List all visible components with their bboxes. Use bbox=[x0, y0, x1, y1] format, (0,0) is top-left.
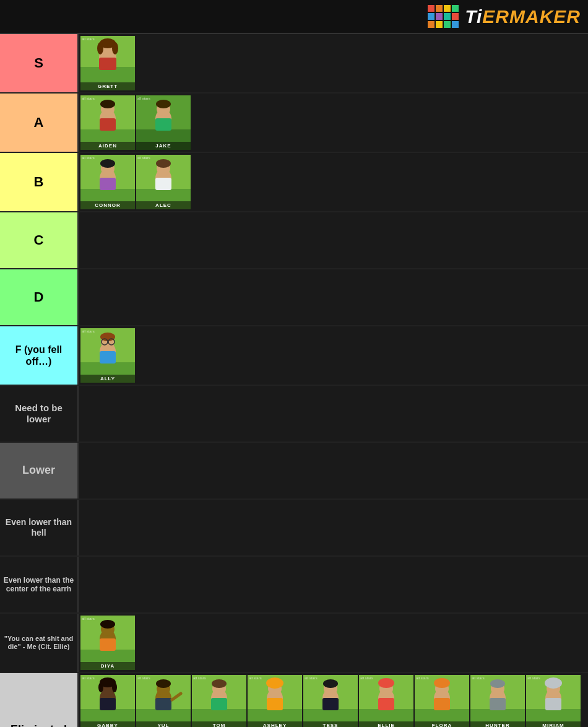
svg-point-45 bbox=[100, 620, 115, 629]
char-tom-label: TOM bbox=[192, 721, 246, 727]
char-ellie-tag: all stars bbox=[360, 676, 373, 680]
svg-rect-60 bbox=[155, 698, 171, 710]
logo-cell bbox=[452, 13, 459, 20]
tier-label-ntbl: Need to be lower bbox=[0, 386, 77, 442]
char-tess-svg bbox=[303, 675, 358, 727]
char-tess-label: TESS bbox=[303, 721, 358, 727]
svg-point-66 bbox=[212, 679, 227, 688]
tier-label-eltce: Even lower than the center of the earrh bbox=[0, 557, 77, 612]
char-grett: GRETT all stars bbox=[80, 36, 135, 90]
char-ashley-label: ASHLEY bbox=[248, 721, 302, 727]
logo-cell bbox=[428, 21, 435, 28]
char-yul: YUL all stars bbox=[136, 675, 191, 727]
tier-row-s: S GRETT all stars bbox=[0, 34, 588, 94]
tier-row-eltce: Even lower than the center of the earrh bbox=[0, 557, 588, 614]
tier-label-a: A bbox=[0, 94, 77, 152]
char-flora: FLORA all stars bbox=[415, 675, 469, 727]
tier-content-quote: DIYA all stars bbox=[77, 614, 588, 672]
svg-point-18 bbox=[156, 100, 171, 108]
char-diya-tag: all stars bbox=[82, 617, 95, 620]
char-yul-label: YUL bbox=[136, 721, 191, 727]
char-alec-tag: all stars bbox=[137, 156, 150, 160]
tier-content-ntbl bbox=[77, 386, 588, 442]
char-tess-tag: all stars bbox=[305, 676, 318, 680]
char-alec: ALEC all stars bbox=[136, 155, 191, 209]
svg-rect-85 bbox=[378, 698, 394, 710]
svg-rect-7 bbox=[99, 58, 116, 70]
logo-cell bbox=[444, 5, 451, 12]
char-hunter-tag: all stars bbox=[472, 676, 485, 680]
svg-rect-67 bbox=[211, 698, 227, 710]
char-gabby-svg bbox=[80, 675, 135, 727]
svg-point-90 bbox=[434, 678, 450, 688]
svg-point-78 bbox=[323, 679, 338, 688]
header: TiERMAKER bbox=[0, 0, 588, 34]
char-connor-label: CONNOR bbox=[80, 201, 135, 209]
tier-label-eliminated: Eliminated bbox=[0, 673, 77, 727]
char-aiden-label: AIDEN bbox=[80, 142, 135, 150]
tier-label-quote: "You can eat shit and die" - Me (Cit. El… bbox=[0, 614, 77, 672]
char-miriam-tag: all stars bbox=[527, 676, 540, 680]
tier-label-s: S bbox=[0, 34, 77, 92]
char-aiden: AIDEN all stars bbox=[80, 95, 135, 150]
char-miriam: MIRIAM all stars bbox=[526, 675, 581, 727]
tier-row-lower: Lower bbox=[0, 443, 588, 500]
tier-row-f: F (you fell off…) ALLY all stars bbox=[0, 326, 588, 386]
char-gabby-tag: all stars bbox=[82, 676, 95, 680]
tier-row-d: D bbox=[0, 269, 588, 326]
svg-point-59 bbox=[156, 679, 171, 688]
char-ally-label: ALLY bbox=[80, 375, 135, 383]
char-flora-label: FLORA bbox=[415, 721, 469, 727]
logo-cell bbox=[428, 5, 435, 12]
char-miriam-label: MIRIAM bbox=[526, 721, 581, 727]
tier-row-ntbl: Need to be lower bbox=[0, 386, 588, 443]
char-connor: CONNOR all stars bbox=[80, 155, 135, 209]
svg-rect-46 bbox=[100, 638, 116, 651]
char-yul-svg bbox=[136, 675, 191, 727]
char-ally: ALLY all stars bbox=[80, 328, 135, 383]
logo-cell bbox=[444, 13, 451, 20]
char-hunter-svg bbox=[470, 675, 525, 727]
svg-rect-13 bbox=[100, 118, 116, 131]
tier-content-s: GRETT all stars bbox=[77, 34, 588, 92]
logo-cell bbox=[436, 21, 443, 28]
tier-label-d: D bbox=[0, 269, 77, 325]
char-ellie: ELLIE all stars bbox=[359, 675, 413, 727]
char-ashley-tag: all stars bbox=[249, 676, 262, 680]
char-jake: JAKE all stars bbox=[136, 95, 191, 150]
char-ashley-svg bbox=[248, 675, 302, 727]
svg-rect-91 bbox=[434, 698, 450, 710]
svg-point-96 bbox=[490, 679, 505, 688]
svg-rect-40 bbox=[100, 351, 116, 364]
svg-point-30 bbox=[156, 159, 171, 168]
tier-content-f: ALLY all stars bbox=[77, 326, 588, 385]
tier-label-elh: Even lower than hell bbox=[0, 500, 77, 555]
char-grett-tag: all stars bbox=[82, 37, 95, 41]
tier-label-b: B bbox=[0, 153, 77, 211]
char-tom: TOM all stars bbox=[192, 675, 246, 727]
logo-cell bbox=[452, 5, 459, 12]
tier-label-lower: Lower bbox=[0, 443, 77, 498]
char-ally-tag: all stars bbox=[82, 329, 95, 333]
char-aiden-tag: all stars bbox=[82, 97, 95, 100]
tier-label-f: F (you fell off…) bbox=[0, 326, 77, 385]
tier-content-elh bbox=[77, 500, 588, 555]
tier-row-quote: "You can eat shit and die" - Me (Cit. El… bbox=[0, 614, 588, 673]
svg-rect-97 bbox=[490, 698, 506, 710]
logo-cell bbox=[452, 21, 459, 28]
char-hunter: HUNTER all stars bbox=[470, 675, 525, 727]
char-tess: TESS all stars bbox=[303, 675, 358, 727]
char-miriam-svg bbox=[526, 675, 581, 727]
svg-rect-79 bbox=[322, 698, 339, 710]
svg-point-84 bbox=[378, 678, 394, 688]
svg-point-102 bbox=[545, 677, 562, 689]
char-connor-tag: all stars bbox=[82, 156, 95, 160]
tier-row-b: B CONNOR all stars bbox=[0, 153, 588, 212]
tier-label-c: C bbox=[0, 212, 77, 268]
svg-point-52 bbox=[98, 682, 103, 692]
svg-point-5 bbox=[97, 42, 103, 54]
svg-rect-19 bbox=[155, 118, 171, 131]
tier-content-a: AIDEN all stars JAKE all stars bbox=[77, 94, 588, 152]
tier-content-c bbox=[77, 212, 588, 268]
char-flora-tag: all stars bbox=[416, 676, 429, 680]
